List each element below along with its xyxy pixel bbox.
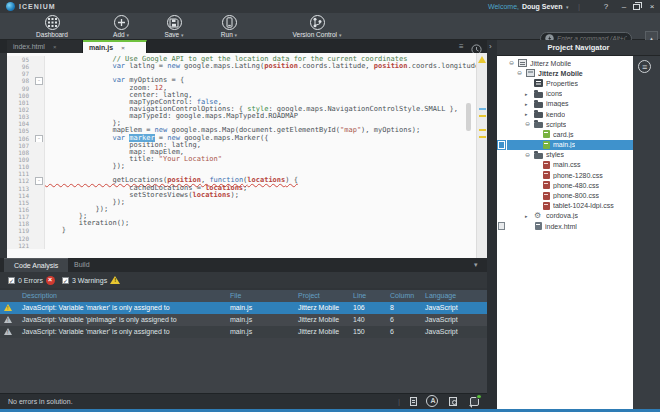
close-icon[interactable]: × bbox=[53, 44, 57, 50]
tree-item-main-js[interactable]: main.js bbox=[507, 140, 633, 150]
tree-item-phone-1280-css[interactable]: phone-1280.css bbox=[507, 170, 633, 180]
close-icon[interactable]: × bbox=[121, 45, 125, 51]
tree-item-styles[interactable]: ⊖styles bbox=[507, 150, 633, 160]
code-token: position bbox=[374, 62, 408, 70]
tab-list-icon[interactable]: ≡ bbox=[459, 42, 464, 51]
code-line[interactable]: 121 bbox=[7, 242, 476, 249]
open-file-indicator-icon[interactable] bbox=[498, 222, 505, 230]
minimize-button[interactable]: – bbox=[618, 2, 630, 11]
warning-mark-icon[interactable] bbox=[479, 129, 486, 131]
notes-icon[interactable] bbox=[410, 397, 417, 406]
tree-item-properties[interactable]: Properties bbox=[507, 78, 633, 88]
analysis-table-header: Description File Project Line Column Lan… bbox=[0, 290, 487, 302]
errors-filter[interactable]: 0 Errors bbox=[8, 276, 55, 285]
expand-node-icon[interactable]: ▸ bbox=[525, 99, 534, 109]
tree-item-label: kendo bbox=[546, 111, 565, 118]
close-button[interactable]: × bbox=[646, 2, 658, 11]
line-number: 103 bbox=[7, 113, 33, 120]
column-project[interactable]: Project bbox=[298, 292, 320, 299]
help-button[interactable]: ? bbox=[600, 2, 612, 11]
tree-item-phone-480-css[interactable]: phone-480.css bbox=[507, 180, 633, 190]
checkbox[interactable] bbox=[8, 277, 15, 284]
warnings-filter[interactable]: 3 Warnings bbox=[62, 276, 120, 284]
warning-row[interactable]: JavaScript: Variable 'marker' is only as… bbox=[0, 302, 487, 314]
tab-main-js[interactable]: main.js× bbox=[83, 40, 147, 53]
fold-marker-icon[interactable] bbox=[33, 77, 45, 84]
code-token: var bbox=[112, 62, 125, 70]
column-description[interactable]: Description bbox=[22, 292, 57, 299]
save-icon bbox=[167, 15, 182, 30]
annotation-strip[interactable] bbox=[476, 53, 487, 258]
editor-scrollbar[interactable] bbox=[466, 103, 471, 131]
info-mark-icon[interactable] bbox=[479, 108, 486, 110]
collapse-node-icon[interactable]: ⊖ bbox=[525, 119, 534, 129]
column-column[interactable]: Column bbox=[390, 292, 414, 299]
code-area[interactable]: 95 // Use Google API to get the location… bbox=[7, 56, 476, 249]
code-line[interactable]: 110 }); bbox=[7, 163, 476, 170]
chevron-down-icon[interactable]: ▾ bbox=[566, 4, 569, 10]
column-line[interactable]: Line bbox=[353, 292, 366, 299]
open-file-indicator-icon[interactable] bbox=[498, 141, 505, 149]
warning-mark-icon[interactable] bbox=[479, 136, 486, 138]
save-button[interactable]: Save ▾ bbox=[156, 15, 192, 38]
dashboard-button[interactable]: Dashboard bbox=[30, 15, 74, 38]
code-editor[interactable]: 95 // Use Google API to get the location… bbox=[0, 53, 487, 258]
expand-node-icon[interactable]: ▸ bbox=[525, 211, 534, 221]
tree-item-jitterz-mobile[interactable]: ⊖Jitterz Mobile bbox=[507, 58, 633, 68]
tree-item-jitterz-mobile[interactable]: ⊖Jitterz Mobile bbox=[507, 68, 633, 78]
editor-left-strip bbox=[0, 53, 7, 258]
fold-gutter bbox=[33, 92, 45, 99]
tab-index-html[interactable]: index.html× bbox=[7, 40, 83, 53]
cell-lang: JavaScript bbox=[425, 304, 458, 311]
dashboard-label: Dashboard bbox=[30, 31, 74, 38]
user-menu[interactable]: Doug Seven bbox=[522, 3, 562, 10]
tree-item-cordova-js[interactable]: ▸⚙cordova.js bbox=[507, 211, 633, 221]
tree-gutter bbox=[497, 56, 507, 409]
tree-item-card-js[interactable]: card.js bbox=[507, 129, 633, 139]
code-line[interactable]: 118 iteration(); bbox=[7, 220, 476, 227]
tree-item-scripts[interactable]: ⊖scripts bbox=[507, 119, 633, 129]
tree-item-label: images bbox=[546, 100, 569, 107]
line-number: 102 bbox=[7, 106, 33, 113]
tree-item-label: icons bbox=[546, 90, 562, 97]
tree-item-index-html[interactable]: index.html bbox=[507, 221, 633, 231]
collapse-node-icon[interactable]: ⊖ bbox=[509, 58, 518, 68]
tree-item-images[interactable]: ▸images bbox=[507, 99, 633, 109]
column-language[interactable]: Language bbox=[425, 292, 456, 299]
tree-item-main-css[interactable]: main.css bbox=[507, 160, 633, 170]
add-button[interactable]: Add ▾ bbox=[104, 15, 138, 38]
fold-gutter bbox=[33, 242, 45, 249]
collapse-node-icon[interactable]: ⊖ bbox=[525, 150, 534, 160]
tab-code-analysis[interactable]: Code Analysis bbox=[4, 258, 68, 272]
expand-node-icon[interactable]: ▸ bbox=[525, 109, 534, 119]
version-control-button[interactable]: Version Control ▾ bbox=[282, 15, 352, 38]
fold-marker-icon[interactable] bbox=[33, 177, 45, 184]
warning-row[interactable]: JavaScript: Variable 'pinImage' is only … bbox=[0, 314, 487, 326]
fold-gutter bbox=[33, 156, 45, 163]
tab-build[interactable]: Build bbox=[64, 258, 100, 272]
code-line[interactable]: 96 var latlng = new google.maps.LatLng(p… bbox=[7, 63, 476, 70]
checkbox[interactable] bbox=[62, 277, 69, 284]
code-line[interactable]: 119 } bbox=[7, 227, 476, 234]
code-line[interactable]: 120 bbox=[7, 235, 476, 242]
line-number: 105 bbox=[7, 127, 33, 134]
maximize-button[interactable] bbox=[633, 4, 640, 10]
collapse-node-icon[interactable]: ⊖ bbox=[517, 68, 526, 78]
tree-item-phone-800-css[interactable]: phone-800.css bbox=[507, 190, 633, 200]
chevron-down-icon[interactable]: ▾ bbox=[474, 261, 478, 269]
warning-mark-icon[interactable] bbox=[479, 115, 486, 117]
column-file[interactable]: File bbox=[230, 292, 241, 299]
tree-item-tablet-1024-ldpi-css[interactable]: tablet-1024-ldpi.css bbox=[507, 201, 633, 211]
log-icon[interactable] bbox=[449, 397, 457, 406]
panel-menu-icon[interactable] bbox=[638, 60, 651, 73]
expand-node-icon[interactable]: ▸ bbox=[525, 89, 534, 99]
warning-row[interactable]: JavaScript: Variable 'marker' is only as… bbox=[0, 326, 487, 338]
panel-collapse-handle[interactable] bbox=[487, 40, 497, 409]
fold-marker-icon[interactable] bbox=[33, 135, 45, 142]
run-button[interactable]: Run ▾ bbox=[212, 15, 246, 38]
tree-item-label: main.js bbox=[553, 141, 575, 148]
bottom-panel-tabs: Code Analysis Build ▾ bbox=[0, 258, 487, 272]
tree-item-kendo[interactable]: ▸kendo bbox=[507, 109, 633, 119]
tree-item-icons[interactable]: ▸icons bbox=[507, 89, 633, 99]
analysis-icon[interactable] bbox=[426, 395, 438, 407]
